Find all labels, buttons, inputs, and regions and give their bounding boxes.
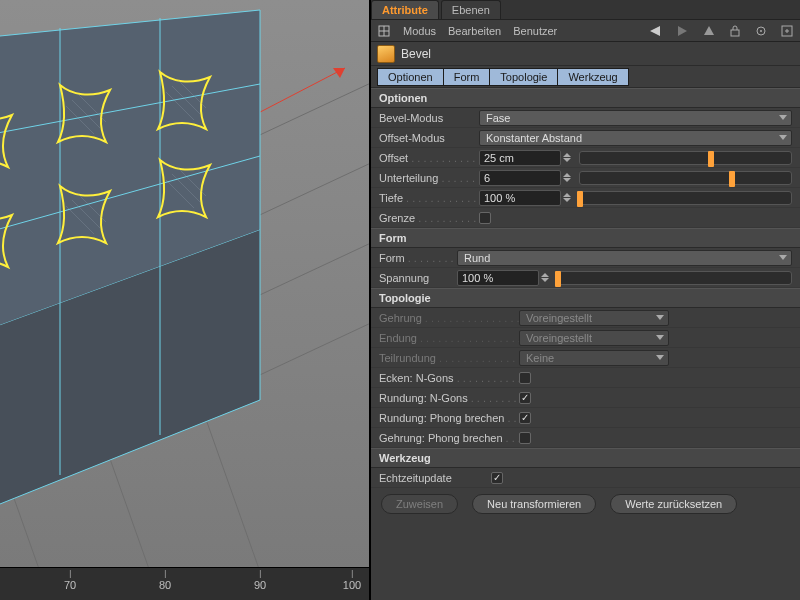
svg-marker-29 (704, 26, 714, 35)
offset-slider[interactable] (579, 151, 792, 165)
new-window-icon[interactable] (780, 24, 794, 38)
object-title: Bevel (401, 47, 431, 61)
offset-mode-label: Offset-Modus (379, 132, 479, 144)
subtab-options[interactable]: Optionen (377, 68, 444, 86)
subdivision-label: Unterteilung (379, 172, 479, 184)
offset-mode-dropdown[interactable]: Konstanter Abstand (479, 130, 792, 146)
realtime-label: Echtzeitupdate (379, 472, 491, 484)
retransform-button[interactable]: Neu transformieren (472, 494, 596, 514)
depth-label: Tiefe (379, 192, 479, 204)
corners-ngons-label: Ecken: N-Gons (379, 372, 519, 384)
viewport-3d[interactable] (0, 0, 370, 570)
miter-phong-checkbox[interactable] (519, 432, 531, 444)
target-icon[interactable] (754, 24, 768, 38)
bevel-tool-icon (377, 45, 395, 63)
shape-dropdown[interactable]: Rund (457, 250, 792, 266)
ending-label: Endung (379, 332, 519, 344)
corners-ngons-checkbox[interactable] (519, 372, 531, 384)
section-form-head: Form (371, 228, 800, 248)
menu-edit[interactable]: Bearbeiten (448, 25, 501, 37)
menu-user[interactable]: Benutzer (513, 25, 557, 37)
timeline-tick: 100 (343, 579, 361, 591)
tension-slider[interactable] (557, 271, 792, 285)
depth-spinner[interactable] (563, 190, 573, 206)
object-header: Bevel (371, 42, 800, 66)
nav-back-icon[interactable] (650, 24, 664, 38)
mode-icon (377, 24, 391, 38)
subtab-form[interactable]: Form (444, 68, 491, 86)
timeline[interactable]: 70 80 90 100 (0, 567, 370, 600)
rounding-ngons-label: Rundung: N-Gons (379, 392, 519, 404)
rounding-phong-checkbox[interactable] (519, 412, 531, 424)
menu-mode[interactable]: Modus (403, 25, 436, 37)
partial-round-dropdown: Keine (519, 350, 669, 366)
rounding-ngons-checkbox[interactable] (519, 392, 531, 404)
miter-label: Gehrung (379, 312, 519, 324)
section-topology-head: Topologie (371, 288, 800, 308)
lock-icon[interactable] (728, 24, 742, 38)
offset-field[interactable]: 25 cm (479, 150, 561, 166)
subdivision-field[interactable]: 6 (479, 170, 561, 186)
bevel-mode-label: Bevel-Modus (379, 112, 479, 124)
svg-rect-30 (731, 30, 739, 36)
subtab-tool[interactable]: Werkzeug (558, 68, 628, 86)
nav-up-icon[interactable] (702, 24, 716, 38)
viewport-canvas (0, 0, 370, 570)
limit-checkbox[interactable] (479, 212, 491, 224)
subtab-topology[interactable]: Topologie (490, 68, 558, 86)
svg-marker-28 (678, 26, 687, 36)
offset-label: Offset (379, 152, 479, 164)
partial-round-label: Teilrundung (379, 352, 519, 364)
ending-dropdown: Voreingestellt (519, 330, 669, 346)
tab-attribute[interactable]: Attribute (371, 0, 439, 19)
section-options-head: Optionen (371, 88, 800, 108)
panel-tabbar: Attribute Ebenen (371, 0, 800, 20)
depth-field[interactable]: 100 % (479, 190, 561, 206)
section-tool-head: Werkzeug (371, 448, 800, 468)
tension-field[interactable]: 100 % (457, 270, 539, 286)
timeline-tick: 70 (64, 579, 76, 591)
attribute-panel: Attribute Ebenen Modus Bearbeiten Benutz… (370, 0, 800, 600)
nav-fwd-icon[interactable] (676, 24, 690, 38)
tab-layers[interactable]: Ebenen (441, 0, 501, 19)
reset-values-button[interactable]: Werte zurücksetzen (610, 494, 737, 514)
bevel-mode-dropdown[interactable]: Fase (479, 110, 792, 126)
assign-button: Zuweisen (381, 494, 458, 514)
rounding-phong-label: Rundung: Phong brechen (379, 412, 519, 424)
timeline-tick: 90 (254, 579, 266, 591)
offset-spinner[interactable] (563, 150, 573, 166)
panel-menubar: Modus Bearbeiten Benutzer (371, 20, 800, 42)
subdivision-slider[interactable] (579, 171, 792, 185)
svg-point-32 (760, 30, 762, 32)
subdivision-spinner[interactable] (563, 170, 573, 186)
shape-label: Form (379, 252, 457, 264)
miter-phong-label: Gehrung: Phong brechen (379, 432, 519, 444)
limit-label: Grenze (379, 212, 479, 224)
timeline-tick: 80 (159, 579, 171, 591)
attribute-subtabs: Optionen Form Topologie Werkzeug (371, 66, 800, 88)
tension-label: Spannung (379, 272, 457, 284)
tension-spinner[interactable] (541, 270, 551, 286)
miter-dropdown: Voreingestellt (519, 310, 669, 326)
realtime-checkbox[interactable] (491, 472, 503, 484)
svg-marker-27 (650, 26, 660, 36)
depth-slider[interactable] (579, 191, 792, 205)
